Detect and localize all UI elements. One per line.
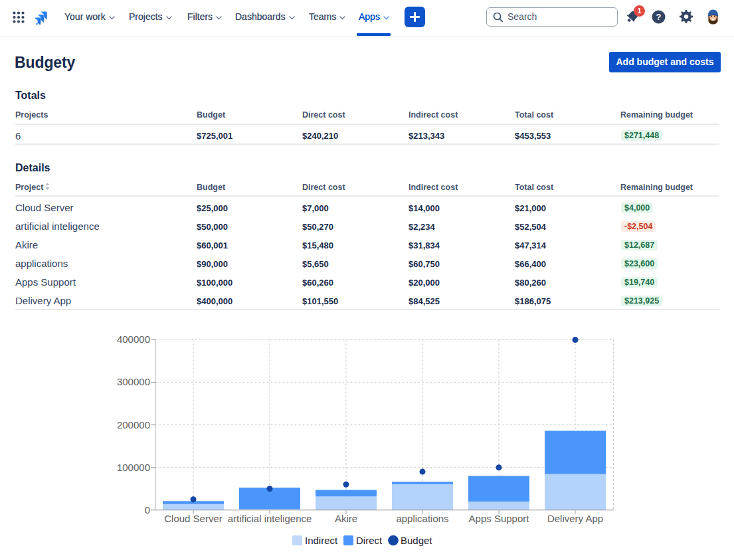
svg-text:?: ? bbox=[656, 12, 662, 22]
svg-text:Direct: Direct bbox=[356, 535, 383, 546]
svg-text:100000: 100000 bbox=[117, 462, 150, 473]
svg-text:Budget: Budget bbox=[401, 535, 432, 546]
svg-text:applications: applications bbox=[396, 513, 448, 524]
svg-text:artificial inteligence: artificial inteligence bbox=[228, 513, 312, 524]
svg-text:Akire: Akire bbox=[335, 513, 357, 524]
svg-text:0: 0 bbox=[145, 504, 150, 515]
svg-text:Indirect: Indirect bbox=[305, 535, 338, 546]
svg-text:300000: 300000 bbox=[117, 376, 150, 387]
svg-text:Cloud Server: Cloud Server bbox=[164, 513, 223, 524]
svg-text:400000: 400000 bbox=[117, 333, 150, 345]
svg-text:Apps Support: Apps Support bbox=[469, 513, 530, 524]
svg-text:Delivery App: Delivery App bbox=[547, 513, 603, 524]
svg-text:200000: 200000 bbox=[117, 419, 150, 430]
